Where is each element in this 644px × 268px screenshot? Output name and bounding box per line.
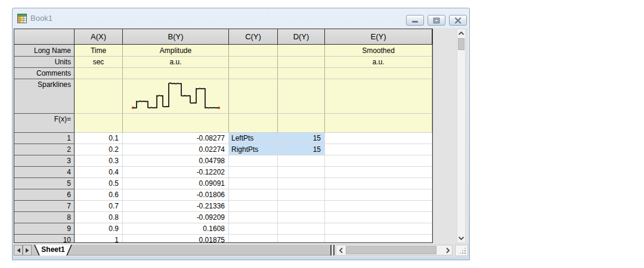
restore-button[interactable]: [428, 15, 445, 26]
cell-a-2[interactable]: 0.2: [75, 144, 123, 155]
cell-b-3[interactable]: 0.04798: [123, 155, 229, 167]
cell-d-10[interactable]: [278, 235, 325, 243]
cell-long-name-a[interactable]: Time: [75, 45, 123, 57]
row-header-long-name[interactable]: Long Name: [14, 45, 75, 57]
pane-splitter[interactable]: [330, 245, 335, 255]
cell-a-9[interactable]: 0.9: [75, 223, 123, 235]
cell-b-7[interactable]: -0.21336: [123, 201, 229, 212]
cell-d-7[interactable]: [278, 201, 325, 212]
cell-sparklines-c[interactable]: [229, 79, 278, 114]
cell-units-d[interactable]: [278, 57, 325, 68]
cell-units-c[interactable]: [229, 57, 278, 68]
cell-e-9[interactable]: [325, 223, 432, 235]
cell-d-4[interactable]: [278, 167, 325, 178]
row-header-10[interactable]: 10: [14, 235, 75, 243]
cell-a-4[interactable]: 0.4: [75, 167, 123, 178]
row-header-sparklines[interactable]: Sparklines: [14, 79, 75, 114]
cell-c-8[interactable]: [229, 212, 278, 223]
cell-long-name-b[interactable]: Amplitude: [123, 45, 229, 57]
row-header-7[interactable]: 7: [14, 201, 75, 212]
cell-a-1[interactable]: 0.1: [75, 133, 123, 144]
scroll-left-button[interactable]: [336, 245, 345, 255]
cell-fx-c[interactable]: [229, 114, 278, 133]
cell-sparklines-e[interactable]: [325, 79, 432, 114]
cell-comments-b[interactable]: [123, 68, 229, 79]
cell-comments-e[interactable]: [325, 68, 432, 79]
vertical-scrollbar[interactable]: [457, 29, 466, 243]
vertical-scroll-thumb[interactable]: [458, 38, 465, 50]
row-header-6[interactable]: 6: [14, 189, 75, 201]
cell-d-8[interactable]: [278, 212, 325, 223]
column-header-d[interactable]: D(Y): [278, 29, 325, 45]
cell-e-8[interactable]: [325, 212, 432, 223]
row-header-1[interactable]: 1: [14, 133, 75, 144]
cell-long-name-c[interactable]: [229, 45, 278, 57]
cell-fx-b[interactable]: [123, 114, 229, 133]
cell-c-6[interactable]: [229, 189, 278, 201]
cell-e-3[interactable]: [325, 155, 432, 167]
row-header-9[interactable]: 9: [14, 223, 75, 235]
minimize-button[interactable]: [406, 15, 424, 26]
cell-c-9[interactable]: [229, 223, 278, 235]
tab-scroll-right-button[interactable]: [23, 245, 32, 255]
cell-units-e[interactable]: a.u.: [325, 57, 432, 68]
row-header-units[interactable]: Units: [14, 57, 75, 68]
cell-units-a[interactable]: sec: [75, 57, 123, 68]
row-header-2[interactable]: 2: [14, 144, 75, 155]
tab-scroll-left-button[interactable]: [14, 245, 23, 255]
cell-b-10[interactable]: 0.01875: [123, 235, 229, 243]
cell-sparklines-b[interactable]: [123, 79, 229, 114]
cell-c-10[interactable]: [229, 235, 278, 243]
cell-c-4[interactable]: [229, 167, 278, 178]
cell-long-name-d[interactable]: [278, 45, 325, 57]
scroll-right-button[interactable]: [443, 245, 452, 255]
close-button[interactable]: [449, 15, 467, 26]
column-header-e[interactable]: E(Y): [325, 29, 432, 45]
cell-b-9[interactable]: 0.1608: [123, 223, 229, 235]
horizontal-scrollbar[interactable]: [336, 245, 453, 255]
row-header-4[interactable]: 4: [14, 167, 75, 178]
scroll-down-button[interactable]: [457, 234, 465, 242]
cell-comments-c[interactable]: [229, 68, 278, 79]
cell-b-6[interactable]: -0.01806: [123, 189, 229, 201]
cell-a-10[interactable]: 1: [75, 235, 123, 243]
cell-d-6[interactable]: [278, 189, 325, 201]
cell-e-10[interactable]: [325, 235, 432, 243]
cell-b-8[interactable]: -0.09209: [123, 212, 229, 223]
cell-a-6[interactable]: 0.6: [75, 189, 123, 201]
cell-a-7[interactable]: 0.7: [75, 201, 123, 212]
cell-fx-a[interactable]: [75, 114, 123, 133]
cell-b-2[interactable]: 0.02274: [123, 144, 229, 155]
column-header-a[interactable]: A(X): [75, 29, 123, 45]
corner-header[interactable]: [14, 29, 75, 45]
column-header-c[interactable]: C(Y): [229, 29, 278, 45]
cell-a-3[interactable]: 0.3: [75, 155, 123, 167]
cell-c-7[interactable]: [229, 201, 278, 212]
cell-e-6[interactable]: [325, 189, 432, 201]
cell-a-5[interactable]: 0.5: [75, 178, 123, 189]
cell-long-name-e[interactable]: Smoothed: [325, 45, 432, 57]
cell-sparklines-d[interactable]: [278, 79, 325, 114]
cell-c-2[interactable]: RightPts: [229, 144, 278, 155]
resize-grip[interactable]: [455, 245, 468, 256]
row-header-8[interactable]: 8: [14, 212, 75, 223]
cell-b-1[interactable]: -0.08277: [123, 133, 229, 144]
cell-e-5[interactable]: [325, 178, 432, 189]
cell-sparklines-a[interactable]: [75, 79, 123, 114]
cell-d-9[interactable]: [278, 223, 325, 235]
cell-d-5[interactable]: [278, 178, 325, 189]
cell-c-1[interactable]: LeftPts: [229, 133, 278, 144]
cell-comments-d[interactable]: [278, 68, 325, 79]
row-header-3[interactable]: 3: [14, 155, 75, 167]
cell-fx-d[interactable]: [278, 114, 325, 133]
scroll-up-button[interactable]: [457, 29, 465, 38]
cell-fx-e[interactable]: [325, 114, 432, 133]
cell-d-2[interactable]: 15: [278, 144, 325, 155]
cell-e-4[interactable]: [325, 167, 432, 178]
cell-c-5[interactable]: [229, 178, 278, 189]
row-header-fx[interactable]: F(x)=: [14, 114, 75, 133]
cell-e-2[interactable]: [325, 144, 432, 155]
row-header-5[interactable]: 5: [14, 178, 75, 189]
cell-d-1[interactable]: 15: [278, 133, 325, 144]
column-header-b[interactable]: B(Y): [123, 29, 229, 45]
